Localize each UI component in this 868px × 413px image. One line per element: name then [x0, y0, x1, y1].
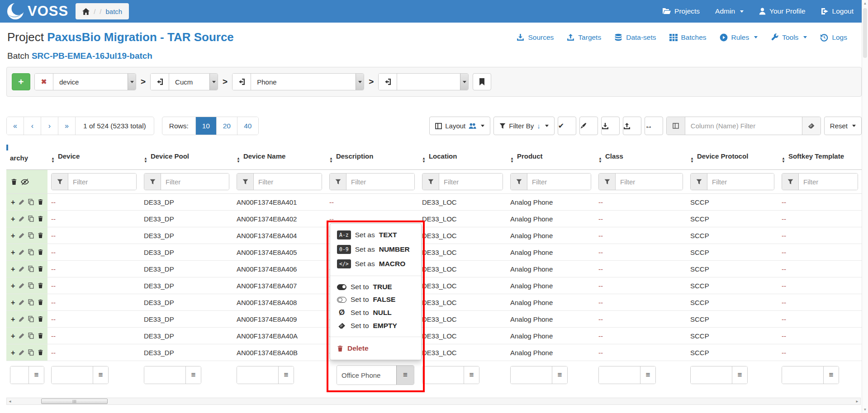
edit-pencil-icon[interactable]: [19, 249, 24, 255]
trash-icon[interactable]: [11, 178, 17, 185]
copy-icon[interactable]: [28, 299, 34, 305]
copy-icon[interactable]: [28, 282, 34, 289]
trash-icon[interactable]: [38, 249, 43, 255]
hamburger-menu-button[interactable]: ≡: [28, 366, 44, 384]
hamburger-menu-button[interactable]: ≡: [552, 366, 567, 384]
nav-datasets[interactable]: Data-sets: [614, 33, 656, 42]
filter-input-description[interactable]: [346, 174, 414, 190]
trash-icon[interactable]: [38, 266, 43, 272]
sort-icon[interactable]: ▲▼: [51, 157, 55, 163]
sort-icon[interactable]: ▲▼: [510, 157, 514, 163]
phone-select[interactable]: Phone: [251, 74, 364, 90]
next-page-button[interactable]: ›: [41, 117, 58, 135]
menu-item-set-as-text[interactable]: A-z Set as TEXT: [330, 228, 421, 242]
sort-icon[interactable]: ▲▼: [237, 157, 240, 163]
menu-item-set-false[interactable]: Set to FALSE: [330, 293, 421, 306]
first-page-button[interactable]: «: [7, 117, 24, 135]
table-row[interactable]: + -- DE33_DP AN00F1374E8A40B -- DE33_LOC…: [6, 344, 862, 361]
fill-down-button[interactable]: [579, 117, 598, 135]
col-header-product[interactable]: ▲▼Product: [507, 147, 595, 170]
hamburger-menu-button[interactable]: ≡: [640, 366, 655, 384]
copy-icon[interactable]: [28, 249, 34, 255]
remove-filter-button[interactable]: ✖: [35, 74, 53, 90]
table-row[interactable]: + -- DE33_DP AN00F1374E8A409 -- DE33_LOC…: [6, 311, 862, 328]
add-filter-button[interactable]: +: [12, 73, 30, 90]
sort-icon[interactable]: ▲▼: [782, 157, 785, 163]
hamburger-menu-button[interactable]: ≡: [185, 366, 201, 384]
col-header-description[interactable]: ▲▼Description: [326, 147, 418, 170]
nav-sources[interactable]: Sources: [517, 33, 554, 42]
bulk-input-device-name[interactable]: [237, 366, 278, 384]
sort-icon[interactable]: ▲▼: [144, 157, 147, 163]
table-row[interactable]: + -- DE33_DP AN00F1374E8A40A -- DE33_LOC…: [6, 328, 862, 344]
copy-icon[interactable]: [28, 266, 34, 272]
col-header-device-pool[interactable]: ▲▼Device Pool: [140, 147, 233, 170]
filter-input-location[interactable]: [439, 174, 503, 190]
horizontal-scroll-thumb[interactable]: [41, 399, 108, 404]
col-header-softkey-template[interactable]: ▲▼Softkey Template: [778, 147, 862, 170]
copy-icon[interactable]: [28, 349, 34, 356]
apply-button[interactable]: ✔: [558, 117, 576, 135]
input-source-button[interactable]: [232, 74, 251, 90]
nav-tools[interactable]: Tools: [771, 33, 807, 42]
menu-item-set-as-number[interactable]: 0-9 Set as NUMBER: [330, 242, 421, 257]
sort-icon[interactable]: ▲▼: [422, 157, 426, 163]
bulk-input-class[interactable]: [599, 366, 640, 384]
breadcrumb-batch-link[interactable]: batch: [106, 8, 123, 15]
col-header-device-protocol[interactable]: ▲▼Device Protocol: [687, 147, 778, 170]
table-row[interactable]: + -- DE33_DP AN00F1374E8A402 -- DE33_LOC…: [6, 211, 862, 227]
filter-input-class[interactable]: [616, 174, 683, 190]
bulk-input-hierarchy[interactable]: [10, 366, 28, 384]
scroll-down-arrow-icon[interactable]: ▼: [862, 406, 868, 413]
filter-input-product[interactable]: [527, 174, 591, 190]
input-source-button[interactable]: [379, 74, 397, 90]
rows-40-button[interactable]: 40: [237, 117, 258, 135]
nav-rules[interactable]: Rules: [720, 33, 758, 42]
add-row-icon[interactable]: +: [11, 266, 15, 272]
trash-icon[interactable]: [38, 199, 43, 205]
edit-pencil-icon[interactable]: [19, 300, 24, 305]
nav-batches[interactable]: Batches: [669, 33, 707, 42]
menu-item-set-empty[interactable]: Set to EMPTY: [330, 319, 421, 332]
nav-logs[interactable]: Logs: [820, 33, 847, 42]
reset-button[interactable]: Reset: [824, 117, 862, 135]
edit-pencil-icon[interactable]: [19, 233, 24, 239]
filter-input-device-pool[interactable]: [161, 174, 229, 190]
col-header-location[interactable]: ▲▼Location: [418, 147, 507, 170]
edit-pencil-icon[interactable]: [19, 266, 24, 272]
menu-item-set-as-macro[interactable]: </> Set as MACRO: [330, 257, 421, 271]
filter-input-device[interactable]: [68, 174, 136, 190]
edit-pencil-icon[interactable]: [19, 350, 24, 356]
eye-slash-icon[interactable]: [21, 178, 29, 185]
bulk-input-device-protocol[interactable]: [691, 366, 732, 384]
sort-icon[interactable]: ▲▼: [329, 157, 333, 163]
column-name-filter-input[interactable]: [685, 117, 802, 135]
copy-icon[interactable]: [28, 232, 34, 239]
cucm-select[interactable]: Cucm: [169, 74, 218, 90]
col-header-device[interactable]: ▲▼Device: [47, 147, 140, 170]
bulk-input-location[interactable]: [422, 366, 464, 384]
vertical-scrollbar[interactable]: ▲ ▼: [862, 0, 868, 413]
empty-select[interactable]: [397, 74, 468, 90]
add-row-icon[interactable]: +: [11, 316, 15, 322]
trash-icon[interactable]: [38, 299, 43, 305]
copy-icon[interactable]: [28, 316, 34, 322]
clear-filter-button[interactable]: [802, 117, 821, 135]
prev-page-button[interactable]: ‹: [24, 117, 41, 135]
trash-icon[interactable]: [38, 316, 43, 322]
filter-input-device-protocol[interactable]: [707, 174, 774, 190]
bulk-input-device-pool[interactable]: [144, 366, 185, 384]
filter-by-button[interactable]: Filter By ↓: [493, 117, 555, 135]
scroll-left-arrow-icon[interactable]: ◄: [7, 399, 13, 404]
resize-columns-button[interactable]: ↔: [645, 117, 663, 135]
edit-pencil-icon[interactable]: [19, 283, 24, 289]
hamburger-menu-button[interactable]: ≡: [278, 366, 294, 384]
rows-20-button[interactable]: 20: [217, 117, 237, 135]
copy-icon[interactable]: [28, 199, 34, 205]
edit-pencil-icon[interactable]: [19, 199, 24, 205]
add-row-icon[interactable]: +: [11, 283, 15, 289]
col-header-hierarchy[interactable]: archy: [6, 147, 47, 170]
add-row-icon[interactable]: +: [11, 350, 15, 356]
add-row-icon[interactable]: +: [11, 233, 15, 239]
add-row-icon[interactable]: +: [11, 249, 15, 255]
